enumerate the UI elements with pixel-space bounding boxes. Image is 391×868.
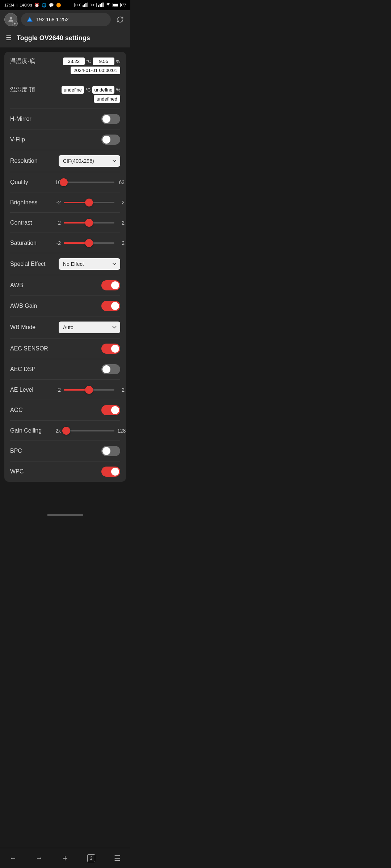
bpc-label: BPC <box>10 448 54 454</box>
h-mirror-label: H-Mirror <box>10 116 54 122</box>
bpc-knob <box>102 447 110 455</box>
hd-label-1: HD <box>74 3 81 7</box>
awb-gain-row: AWB Gain <box>10 296 120 316</box>
agc-toggle[interactable] <box>101 405 120 415</box>
aec-sensor-knob <box>111 345 119 353</box>
contrast-min: -2 <box>54 220 61 226</box>
agc-label: AGC <box>10 407 54 413</box>
battery-container <box>113 3 121 7</box>
aec-sensor-label: AEC SENSOR <box>10 345 54 352</box>
sensor1-humidity-unit: % <box>116 59 120 64</box>
top-nav: ☰ Toggle OV2640 settings <box>0 29 130 47</box>
gain-ceiling-max: 128x <box>117 428 126 434</box>
saturation-row: Saturation -2 2 <box>10 233 120 253</box>
agc-knob <box>111 406 119 414</box>
h-mirror-knob <box>102 115 110 123</box>
svg-rect-5 <box>100 4 101 7</box>
sensor2-label: 温湿度-顶 <box>10 86 54 94</box>
saturation-label: Saturation <box>10 240 54 246</box>
brightness-max: 2 <box>117 200 125 205</box>
wb-mode-control: Auto Sunny Cloudy Office Home <box>59 322 120 333</box>
wb-mode-select[interactable]: Auto Sunny Cloudy Office Home <box>59 322 120 333</box>
aec-dsp-knob <box>102 365 110 373</box>
bpc-toggle[interactable] <box>101 446 120 456</box>
gain-ceiling-thumb <box>62 427 70 435</box>
site-icon <box>26 16 33 23</box>
status-bar: 17:34 | 146K/s ⏰ 🌐 💬 🟠 HD HD 77 <box>0 0 130 10</box>
ae-level-min: -2 <box>54 387 61 393</box>
saturation-thumb <box>85 239 93 247</box>
saturation-track[interactable] <box>64 242 114 244</box>
awb-gain-toggle[interactable] <box>101 301 120 311</box>
svg-point-8 <box>10 17 12 19</box>
aec-sensor-row: AEC SENSOR <box>10 339 120 359</box>
agc-row: AGC <box>10 400 120 421</box>
ae-level-thumb <box>85 386 93 394</box>
wb-mode-label: WB Mode <box>10 324 54 331</box>
awb-gain-knob <box>111 302 119 310</box>
sensor1-row: 温湿度-底 33.22 °C 9.55 % 2024-01-01 00:00:0… <box>10 52 120 80</box>
sensor2-control: undefine °C undefine % undefined <box>62 86 120 103</box>
contrast-max: 2 <box>117 220 125 226</box>
quality-label: Quality <box>10 179 54 186</box>
sensor1-label: 温湿度-底 <box>10 58 54 65</box>
ae-level-label: AE Level <box>10 387 54 393</box>
awb-toggle[interactable] <box>101 280 120 290</box>
brightness-label: Brightness <box>10 199 54 206</box>
brightness-min: -2 <box>54 200 61 205</box>
awb-gain-control <box>101 301 120 311</box>
wb-mode-row: WB Mode Auto Sunny Cloudy Office Home <box>10 316 120 339</box>
quality-control: 10 63 <box>54 179 125 185</box>
status-right: HD HD 77 <box>74 3 126 8</box>
special-effect-select[interactable]: No Effect Negative Grayscale Red Tint Gr… <box>59 258 120 270</box>
wpc-toggle[interactable] <box>101 467 120 477</box>
v-flip-toggle[interactable] <box>101 135 120 145</box>
app-icon: 🟠 <box>56 3 61 8</box>
browser-bar: 192.168.1.252 <box>0 10 130 29</box>
signal-icon-2 <box>98 3 104 8</box>
wechat-icon: 💬 <box>49 3 54 8</box>
globe-icon: 🌐 <box>42 3 47 8</box>
brightness-thumb <box>85 199 93 207</box>
avatar-button[interactable] <box>4 13 17 26</box>
gain-ceiling-control: 2x 128x <box>54 428 126 434</box>
aec-dsp-toggle[interactable] <box>101 364 120 374</box>
svg-rect-7 <box>102 3 104 7</box>
saturation-max: 2 <box>117 240 125 246</box>
sensor1-datetime: 2024-01-01 00:00:01 <box>71 67 120 74</box>
contrast-track[interactable] <box>64 222 114 224</box>
quality-track[interactable] <box>64 182 114 183</box>
resolution-label: Resolution <box>10 158 54 164</box>
bpc-row: BPC <box>10 441 120 461</box>
wifi-icon <box>105 3 111 8</box>
awb-row: AWB <box>10 275 120 296</box>
special-effect-row: Special Effect No Effect Negative Graysc… <box>10 253 120 275</box>
resolution-select[interactable]: CIF(400x296) UXGA(1600x1200) SXGA(1280x1… <box>59 155 120 167</box>
wpc-knob <box>111 468 119 476</box>
saturation-min: -2 <box>54 240 61 246</box>
quality-row: Quality 10 63 <box>10 172 120 192</box>
quality-max: 63 <box>117 179 125 185</box>
h-mirror-control <box>101 114 120 124</box>
refresh-button[interactable] <box>114 14 126 25</box>
h-mirror-toggle[interactable] <box>101 114 120 124</box>
wpc-label: WPC <box>10 468 54 475</box>
sensor1-temp-unit: °C <box>86 59 92 64</box>
brightness-track[interactable] <box>64 202 114 203</box>
gain-ceiling-track[interactable] <box>64 430 114 431</box>
quality-thumb <box>60 178 68 186</box>
aec-dsp-control <box>101 364 120 374</box>
wpc-row: WPC <box>10 461 120 482</box>
contrast-row: Contrast -2 2 <box>10 213 120 233</box>
svg-rect-2 <box>85 3 87 7</box>
url-bar[interactable]: 192.168.1.252 <box>21 13 111 26</box>
awb-knob <box>111 281 119 289</box>
signal-icon-1 <box>83 3 88 8</box>
resolution-control: CIF(400x296) UXGA(1600x1200) SXGA(1280x1… <box>59 155 120 167</box>
v-flip-control <box>101 135 120 145</box>
aec-sensor-toggle[interactable] <box>101 344 120 354</box>
contrast-label: Contrast <box>10 220 54 226</box>
ae-level-track[interactable] <box>64 389 114 391</box>
menu-icon[interactable]: ☰ <box>6 34 12 42</box>
url-text: 192.168.1.252 <box>36 17 106 22</box>
